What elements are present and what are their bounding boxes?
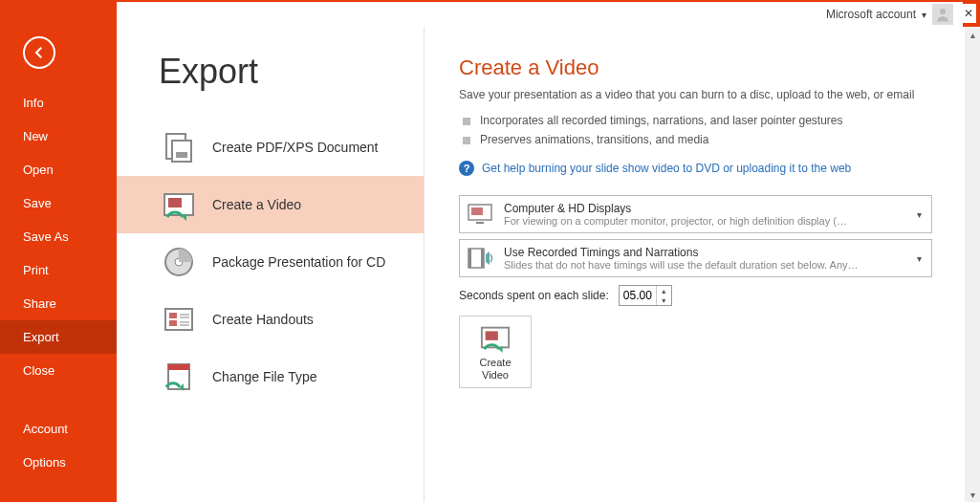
- option-change-file-type[interactable]: Change File Type: [117, 348, 424, 405]
- svg-rect-5: [168, 198, 182, 207]
- svg-rect-23: [468, 249, 471, 268]
- svg-rect-2: [172, 141, 191, 162]
- handouts-icon: [163, 303, 195, 336]
- create-video-icon: [480, 322, 511, 353]
- pane-title: Create a Video: [459, 55, 932, 80]
- scroll-down-icon[interactable]: ▾: [965, 487, 980, 502]
- sidebar-item-export[interactable]: Export: [0, 320, 117, 354]
- dropdown-title: Use Recorded Timings and Narrations: [504, 246, 904, 259]
- person-icon: [934, 6, 951, 23]
- arrow-left-icon: [31, 44, 48, 61]
- scroll-up-icon[interactable]: ▴: [965, 27, 980, 42]
- help-row: ? Get help burning your slide show video…: [459, 161, 932, 176]
- bullet-icon: [463, 118, 470, 125]
- option-label: Create Handouts: [212, 312, 314, 327]
- bullet-icon: [463, 137, 470, 144]
- seconds-row: Seconds spent on each slide: ▲ ▼: [459, 285, 932, 306]
- account-row: Microsoft account ▾: [117, 2, 963, 27]
- seconds-input[interactable]: [620, 289, 656, 302]
- seconds-spinner[interactable]: ▲ ▼: [619, 285, 672, 306]
- create-video-label: Create Video: [479, 357, 511, 382]
- main-area: Microsoft account ▾ Export Create PDF/XP…: [117, 27, 980, 502]
- sidebar-item-save-as[interactable]: Save As: [0, 220, 117, 253]
- option-label: Change File Type: [212, 369, 316, 384]
- spinner-up-icon[interactable]: ▲: [657, 286, 671, 295]
- svg-rect-24: [481, 249, 484, 268]
- bullet-item: Preserves animations, transitions, and m…: [463, 130, 932, 149]
- back-button[interactable]: [23, 36, 55, 69]
- svg-rect-20: [471, 207, 483, 215]
- sidebar-item-options[interactable]: Options: [0, 446, 117, 479]
- option-create-pdf-xps[interactable]: Create PDF/XPS Document: [117, 119, 424, 176]
- help-link[interactable]: Get help burning your slide show video t…: [482, 162, 851, 175]
- sidebar-item-close[interactable]: Close: [0, 354, 117, 387]
- sidebar-item-print[interactable]: Print: [0, 253, 117, 287]
- page-title: Export: [159, 52, 424, 92]
- dropdown-title: Computer & HD Displays: [504, 202, 904, 215]
- svg-rect-21: [476, 222, 484, 224]
- bullet-list: Incorporates all recorded timings, narra…: [463, 111, 932, 149]
- sidebar-item-save[interactable]: Save: [0, 186, 117, 220]
- sidebar-item-info[interactable]: Info: [0, 86, 117, 120]
- pdf-xps-icon: [163, 131, 195, 164]
- svg-rect-9: [165, 309, 192, 330]
- sidebar-item-new[interactable]: New: [0, 120, 117, 153]
- film-audio-icon: [466, 244, 494, 273]
- vertical-scrollbar[interactable]: ▴ ▾: [965, 27, 980, 502]
- svg-point-0: [940, 9, 946, 14]
- export-detail-pane: Create a Video Save your presentation as…: [425, 27, 965, 502]
- monitor-icon: [466, 200, 494, 229]
- svg-rect-11: [169, 320, 177, 326]
- video-icon: [163, 188, 195, 221]
- option-label: Create a Video: [212, 197, 301, 212]
- sidebar-item-account[interactable]: Account: [0, 412, 117, 446]
- spinner-down-icon[interactable]: ▼: [657, 295, 671, 305]
- create-video-button[interactable]: Create Video: [459, 316, 532, 388]
- sidebar-item-share[interactable]: Share: [0, 287, 117, 320]
- chevron-down-icon[interactable]: ▾: [922, 10, 926, 20]
- close-icon[interactable]: ✕: [961, 4, 976, 23]
- export-options-column: Export Create PDF/XPS Document Create a …: [117, 27, 425, 502]
- help-circle-icon: ?: [459, 161, 474, 176]
- cd-icon: [163, 246, 195, 278]
- option-label: Create PDF/XPS Document: [212, 140, 379, 155]
- option-create-handouts[interactable]: Create Handouts: [117, 291, 424, 348]
- chevron-down-icon: ▾: [913, 253, 926, 264]
- option-package-for-cd[interactable]: Package Presentation for CD: [117, 233, 424, 291]
- dropdown-timings-narrations[interactable]: Use Recorded Timings and Narrations Slid…: [459, 239, 932, 277]
- dropdown-display-resolution[interactable]: Computer & HD Displays For viewing on a …: [459, 195, 932, 233]
- bullet-item: Incorporates all recorded timings, narra…: [463, 111, 932, 130]
- dropdown-desc: For viewing on a computer monitor, proje…: [504, 215, 904, 227]
- dropdown-desc: Slides that do not have timings will use…: [504, 259, 904, 271]
- chevron-down-icon: ▾: [913, 209, 926, 220]
- svg-rect-17: [168, 364, 189, 370]
- pane-subtitle: Save your presentation as a video that y…: [459, 88, 932, 101]
- sidebar-item-open[interactable]: Open: [0, 153, 117, 186]
- account-label[interactable]: Microsoft account: [826, 8, 916, 21]
- change-file-type-icon: [163, 360, 195, 393]
- svg-rect-10: [169, 313, 177, 318]
- svg-rect-3: [176, 152, 187, 158]
- seconds-label: Seconds spent on each slide:: [459, 289, 609, 302]
- avatar[interactable]: [932, 4, 953, 25]
- svg-rect-26: [486, 331, 498, 339]
- option-label: Package Presentation for CD: [212, 254, 385, 270]
- option-create-video[interactable]: Create a Video: [117, 176, 424, 233]
- backstage-sidebar: Info New Open Save Save As Print Share E…: [0, 27, 117, 502]
